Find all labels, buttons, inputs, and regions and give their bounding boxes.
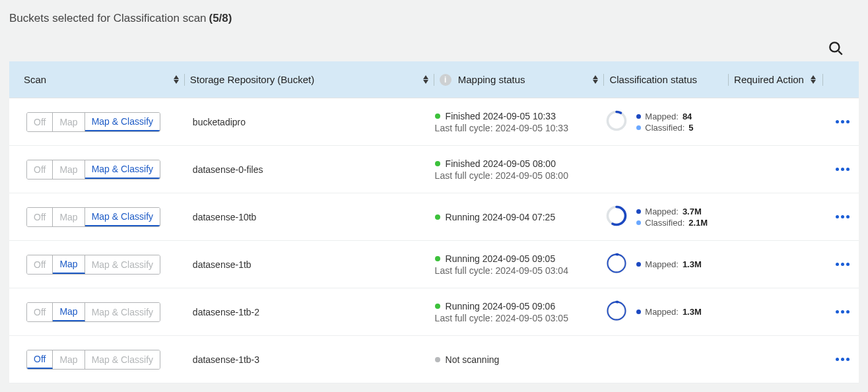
mapping-lastcycle: Last full cycle: 2024-09-05 10:33 <box>435 123 605 133</box>
mapped-value: 84 <box>683 112 701 121</box>
repository-name: datasense-10tb <box>193 212 257 222</box>
classified-value: 2.1M <box>688 218 708 228</box>
mapped-value: 3.7M <box>683 207 702 216</box>
repository-name: datasense-0-files <box>193 164 263 175</box>
scan-off-button[interactable]: Off <box>27 113 53 131</box>
sort-icon[interactable] <box>174 75 179 84</box>
table-row: Off Map Map & Classify datasense-1tb-2 R… <box>9 288 859 336</box>
mapping-status-text: Finished 2024-09-05 08:00 <box>446 158 556 169</box>
table-row: Off Map Map & Classify datasense-10tb Ru… <box>9 193 859 241</box>
table-row: Off Map Map & Classify datasense-1tb Run… <box>9 241 859 288</box>
scan-off-button[interactable]: Off <box>27 208 53 226</box>
bullet-icon <box>636 125 641 130</box>
page-title: Buckets selected for Classification scan… <box>9 12 859 25</box>
progress-donut-icon <box>605 251 628 277</box>
bullet-icon <box>636 310 641 314</box>
status-dot-icon <box>435 357 440 362</box>
title-count: (5/8) <box>209 12 232 24</box>
status-dot-icon <box>435 256 440 261</box>
status-dot-icon <box>435 161 440 166</box>
sort-icon[interactable] <box>423 75 428 84</box>
scan-mode-toggle[interactable]: Off Map Map & Classify <box>26 160 160 180</box>
scan-off-button[interactable]: Off <box>27 255 53 274</box>
scan-mode-toggle[interactable]: Off Map Map & Classify <box>26 302 160 322</box>
mapping-status-text: Finished 2024-09-05 10:33 <box>446 111 556 121</box>
bullet-icon <box>636 220 641 225</box>
col-repo: Storage Repository (Bucket) <box>190 74 314 85</box>
svg-point-18 <box>608 255 626 273</box>
scan-mapclassify-button[interactable]: Map & Classify <box>85 303 160 321</box>
repository-name: bucketadipro <box>193 117 246 127</box>
sort-icon[interactable] <box>811 75 816 84</box>
mapped-label: Mapped: <box>645 307 679 317</box>
col-required-action: Required Action <box>734 74 804 85</box>
svg-marker-2 <box>174 75 179 79</box>
scan-map-button[interactable]: Map <box>53 255 84 274</box>
row-actions-menu[interactable] <box>836 120 850 123</box>
scan-off-button[interactable]: Off <box>27 350 53 369</box>
classified-value: 5 <box>688 123 707 133</box>
bullet-icon <box>636 209 641 214</box>
svg-marker-4 <box>423 75 428 79</box>
svg-point-21 <box>608 302 626 320</box>
classified-label: Classified: <box>645 123 684 133</box>
row-actions-menu[interactable] <box>836 215 850 218</box>
scan-off-button[interactable]: Off <box>27 160 53 179</box>
sort-icon[interactable] <box>593 75 598 84</box>
mapped-value: 1.3M <box>683 259 702 269</box>
progress-donut-icon <box>605 109 628 135</box>
scan-map-button[interactable]: Map <box>53 113 84 131</box>
mapping-status-text: Running 2024-09-04 07:25 <box>446 212 556 222</box>
repository-name: datasense-1tb-3 <box>193 354 259 365</box>
svg-line-1 <box>838 51 842 54</box>
table-row: Off Map Map & Classify datasense-0-files… <box>9 146 859 193</box>
status-dot-icon <box>435 114 440 119</box>
scan-mode-toggle[interactable]: Off Map Map & Classify <box>26 255 160 275</box>
mapped-label: Mapped: <box>645 259 679 269</box>
search-icon[interactable] <box>827 40 844 59</box>
mapping-lastcycle: Last full cycle: 2024-09-05 03:04 <box>435 265 605 276</box>
mapping-lastcycle: Last full cycle: 2024-09-05 08:00 <box>435 170 605 181</box>
repository-name: datasense-1tb-2 <box>193 307 259 317</box>
buckets-table: Scan Storage Repository (Bucket) i M <box>9 61 859 383</box>
scan-map-button[interactable]: Map <box>53 160 84 179</box>
mapped-label: Mapped: <box>645 112 679 121</box>
scan-mode-toggle[interactable]: Off Map Map & Classify <box>26 112 160 132</box>
status-dot-icon <box>435 304 440 309</box>
svg-marker-5 <box>423 80 428 84</box>
table-row: Off Map Map & Classify bucketadipro Fini… <box>9 98 859 146</box>
mapped-label: Mapped: <box>645 207 679 216</box>
scan-off-button[interactable]: Off <box>27 303 53 321</box>
mapping-lastcycle: Last full cycle: 2024-09-05 03:05 <box>435 313 605 323</box>
scan-map-button[interactable]: Map <box>53 350 84 369</box>
classified-label: Classified: <box>645 218 684 228</box>
scan-mapclassify-button[interactable]: Map & Classify <box>85 113 160 131</box>
col-mapping: Mapping status <box>458 74 525 85</box>
scan-mode-toggle[interactable]: Off Map Map & Classify <box>26 207 160 227</box>
scan-mapclassify-button[interactable]: Map & Classify <box>85 255 160 274</box>
mapping-status-text: Not scanning <box>446 354 500 365</box>
scan-map-button[interactable]: Map <box>53 208 84 226</box>
scan-mode-toggle[interactable]: Off Map Map & Classify <box>26 350 160 370</box>
scan-mapclassify-button[interactable]: Map & Classify <box>85 208 160 226</box>
row-actions-menu[interactable] <box>836 358 850 361</box>
scan-mapclassify-button[interactable]: Map & Classify <box>85 160 160 179</box>
repository-name: datasense-1tb <box>193 259 251 270</box>
table-header: Scan Storage Repository (Bucket) i M <box>9 61 859 98</box>
col-classification: Classification status <box>609 74 697 85</box>
row-actions-menu[interactable] <box>836 263 850 266</box>
info-icon[interactable]: i <box>440 74 451 86</box>
svg-marker-7 <box>593 80 598 84</box>
svg-marker-9 <box>811 80 816 84</box>
svg-marker-3 <box>174 80 179 84</box>
scan-mapclassify-button[interactable]: Map & Classify <box>85 350 160 369</box>
mapped-value: 1.3M <box>683 307 702 317</box>
scan-map-button[interactable]: Map <box>53 303 84 321</box>
row-actions-menu[interactable] <box>836 310 850 313</box>
mapping-status-text: Running 2024-09-05 09:06 <box>446 301 556 311</box>
status-dot-icon <box>435 214 440 220</box>
svg-marker-8 <box>811 75 816 79</box>
bullet-icon <box>636 114 641 119</box>
row-actions-menu[interactable] <box>836 168 850 171</box>
title-text: Buckets selected for Classification scan <box>9 12 207 24</box>
